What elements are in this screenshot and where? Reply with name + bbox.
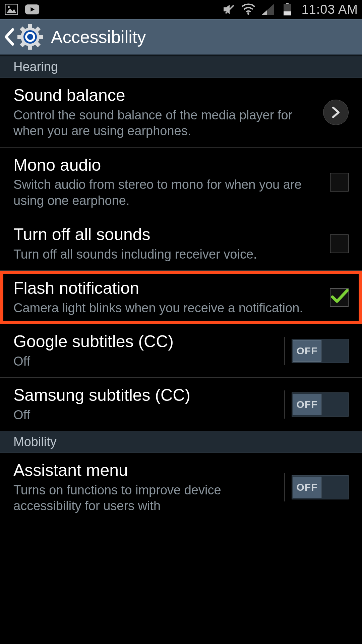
toggle-samsung-subtitles[interactable]: OFF bbox=[292, 392, 349, 417]
row-assistant-menu[interactable]: Assistant menu Turns on functions to imp… bbox=[0, 453, 362, 522]
row-desc: Off bbox=[13, 354, 284, 370]
svg-point-25 bbox=[27, 34, 33, 40]
row-sound-balance[interactable]: Sound balance Control the sound balance … bbox=[0, 78, 362, 148]
row-title: Mono audio bbox=[13, 156, 322, 175]
checkbox-flash-notification[interactable] bbox=[330, 288, 349, 307]
svg-marker-9 bbox=[262, 4, 274, 15]
row-desc: Turns on functions to improve device acc… bbox=[13, 482, 284, 514]
toggle-knob: OFF bbox=[293, 340, 321, 362]
row-desc: Camera light blinks when you receive a n… bbox=[13, 300, 325, 316]
battery-icon bbox=[280, 3, 295, 15]
divider bbox=[284, 473, 285, 501]
row-desc: Turn off all sounds including receiver v… bbox=[13, 247, 322, 263]
list-hearing: Sound balance Control the sound balance … bbox=[0, 78, 362, 431]
toggle-google-subtitles[interactable]: OFF bbox=[292, 339, 349, 363]
svg-rect-11 bbox=[286, 3, 289, 4]
list-mobility: Assistant menu Turns on functions to imp… bbox=[0, 453, 362, 522]
row-turn-off-all-sounds[interactable]: Turn off all sounds Turn off all sounds … bbox=[0, 217, 362, 271]
chevron-right-icon[interactable] bbox=[323, 100, 349, 125]
settings-gear-icon bbox=[17, 24, 43, 50]
action-bar[interactable]: Accessibility bbox=[0, 19, 362, 55]
checkbox-mono-audio[interactable] bbox=[330, 173, 349, 192]
row-desc: Control the sound balance of the media p… bbox=[13, 107, 315, 139]
svg-rect-13 bbox=[284, 11, 291, 15]
toggle-knob: OFF bbox=[293, 394, 321, 415]
row-desc: Off bbox=[13, 407, 284, 423]
row-title: Sound balance bbox=[13, 86, 315, 105]
row-desc: Switch audio from stereo to mono for whe… bbox=[13, 177, 322, 209]
divider bbox=[284, 390, 285, 419]
svg-marker-1 bbox=[7, 8, 16, 13]
checkbox-turn-off-all-sounds[interactable] bbox=[330, 234, 349, 253]
svg-point-2 bbox=[8, 6, 10, 8]
status-bar: 11:03 AM bbox=[0, 0, 362, 19]
status-left bbox=[4, 3, 40, 15]
mute-icon bbox=[222, 3, 236, 15]
wifi-icon bbox=[241, 3, 256, 15]
row-title: Turn off all sounds bbox=[13, 225, 322, 245]
row-title: Samsung subtitles (CC) bbox=[13, 386, 284, 405]
status-time: 11:03 AM bbox=[301, 2, 358, 17]
back-icon[interactable] bbox=[3, 27, 16, 47]
toggle-knob: OFF bbox=[293, 477, 321, 498]
row-title: Flash notification bbox=[13, 279, 325, 298]
toggle-assistant-menu[interactable]: OFF bbox=[292, 475, 349, 499]
row-title: Assistant menu bbox=[13, 461, 284, 480]
picture-icon bbox=[4, 3, 19, 15]
row-title: Google subtitles (CC) bbox=[13, 332, 284, 352]
youtube-icon bbox=[25, 3, 40, 15]
section-header-mobility: Mobility bbox=[0, 431, 362, 453]
row-samsung-subtitles[interactable]: Samsung subtitles (CC) Off OFF bbox=[0, 378, 362, 431]
page-title: Accessibility bbox=[51, 27, 146, 47]
row-flash-notification[interactable]: Flash notification Camera light blinks w… bbox=[0, 271, 362, 324]
svg-rect-0 bbox=[5, 4, 18, 15]
divider bbox=[284, 337, 285, 365]
status-right: 11:03 AM bbox=[222, 2, 358, 17]
section-header-hearing: Hearing bbox=[0, 56, 362, 78]
row-google-subtitles[interactable]: Google subtitles (CC) Off OFF bbox=[0, 324, 362, 378]
row-mono-audio[interactable]: Mono audio Switch audio from stereo to m… bbox=[0, 148, 362, 217]
signal-icon bbox=[260, 3, 275, 15]
